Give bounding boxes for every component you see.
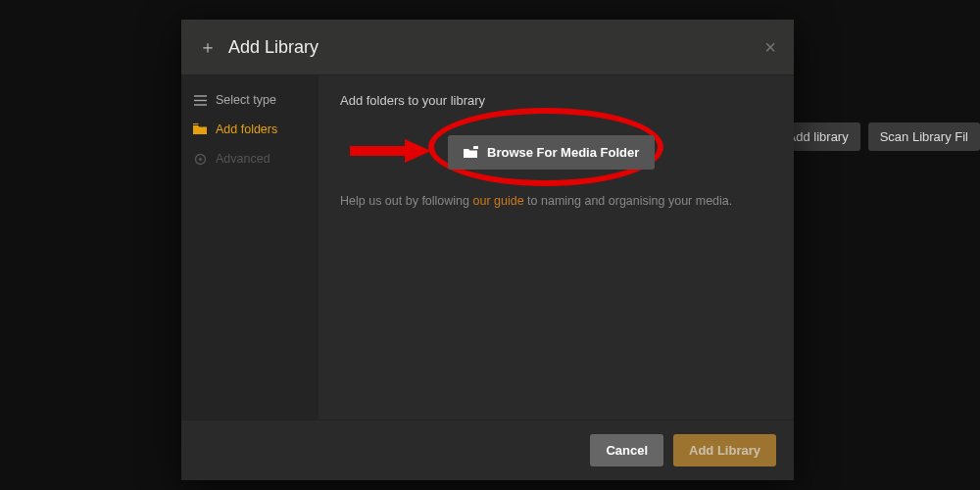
backdrop-action-row: Add library Scan Library Fil [776, 122, 980, 151]
help-prefix: Help us out by following [340, 194, 473, 208]
modal-header: ＋ Add Library × [181, 20, 794, 75]
svg-rect-7 [473, 146, 478, 149]
sidebar-item-add-folders[interactable]: Add folders [181, 115, 318, 144]
list-icon [193, 95, 207, 106]
add-library-button[interactable]: Add Library [673, 434, 776, 466]
help-suffix: to naming and organising your media. [524, 194, 733, 208]
annotation-arrow-icon [348, 139, 431, 167]
sidebar-item-advanced[interactable]: Advanced [181, 144, 318, 173]
content-heading: Add folders to your library [340, 93, 772, 108]
browse-media-folder-button[interactable]: Browse For Media Folder [448, 135, 655, 170]
add-library-modal: ＋ Add Library × Select type Add folders [181, 20, 794, 480]
browse-button-label: Browse For Media Folder [487, 145, 639, 160]
modal-body: Select type Add folders Advanced Add fol… [181, 75, 794, 419]
help-text: Help us out by following our guide to na… [340, 194, 772, 208]
plus-icon: ＋ [199, 35, 217, 59]
help-guide-link[interactable]: our guide [473, 194, 524, 208]
folder-browse-icon [464, 146, 479, 159]
close-icon[interactable]: × [764, 36, 776, 59]
modal-title-row: ＋ Add Library [199, 35, 318, 59]
sidebar-item-select-type[interactable]: Select type [181, 85, 318, 115]
browse-row: Browse For Media Folder [340, 127, 772, 176]
modal-footer: Cancel Add Library [181, 419, 794, 480]
wizard-sidebar: Select type Add folders Advanced [181, 75, 318, 419]
sidebar-item-label: Add folders [216, 122, 277, 136]
svg-point-4 [198, 157, 201, 160]
cancel-button[interactable]: Cancel [590, 434, 663, 466]
sidebar-item-label: Advanced [216, 152, 270, 166]
modal-title: Add Library [228, 37, 318, 58]
gear-icon [193, 153, 207, 166]
scan-library-backdrop-button[interactable]: Scan Library Fil [868, 122, 980, 151]
modal-content: Add folders to your library Browse For M… [318, 75, 794, 419]
svg-marker-6 [405, 139, 431, 163]
sidebar-item-label: Select type [216, 93, 276, 107]
folder-icon [193, 123, 207, 135]
